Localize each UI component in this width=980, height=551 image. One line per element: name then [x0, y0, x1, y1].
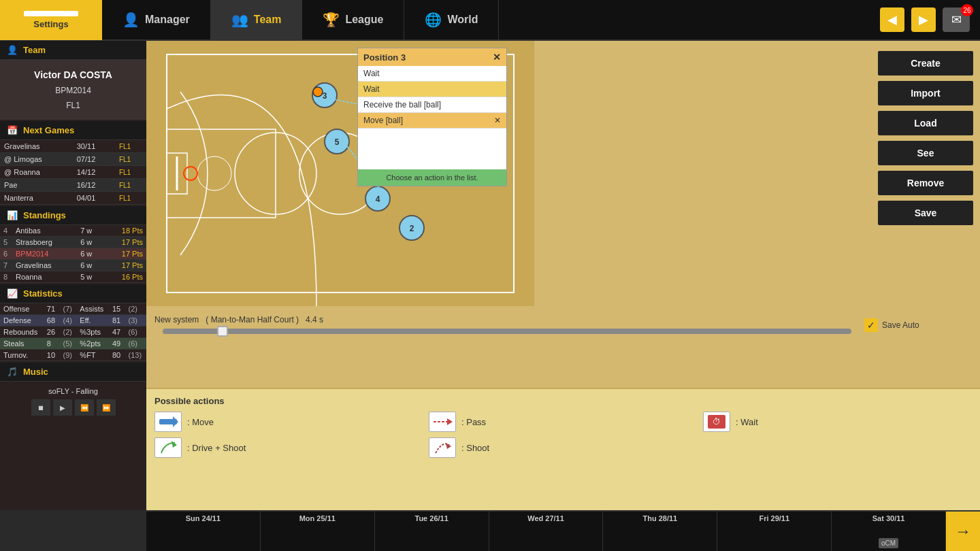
top-navigation: Settings 👤 Manager 👥 Team 🏆 League 🌐 Wor…	[0, 0, 980, 41]
stat-val1: 68	[44, 315, 60, 327]
nav-item-team[interactable]: 👥 Team	[211, 0, 303, 39]
standing-team: Antibas	[12, 225, 77, 237]
team-icon: 👥	[231, 12, 248, 28]
remove-button[interactable]: Remove	[878, 171, 973, 195]
stat-name1: Turnov.	[0, 350, 44, 361]
nav-item-world[interactable]: 🌐 World	[404, 0, 499, 39]
calendar-day[interactable]: Sat 30/11 oCM	[832, 512, 946, 551]
calendar-next-arrow[interactable]: →	[946, 512, 980, 551]
standing-row: 4 Antibas 7 w 18 Pts	[0, 225, 146, 237]
music-label: Music	[23, 367, 48, 377]
mail-button[interactable]: ✉ 26	[943, 7, 970, 32]
standings-label: Standings	[23, 210, 66, 220]
music-next-button[interactable]: ⏩	[97, 399, 116, 416]
stat-rank1: (2)	[59, 327, 76, 338]
choose-action-button[interactable]: Choose an action in the list.	[358, 169, 506, 186]
action-item-move[interactable]: Move [ball] ✕	[358, 113, 506, 129]
save-auto-checkbox[interactable]: ✓	[864, 318, 878, 332]
action-wait[interactable]: ⏱ : Wait	[703, 412, 972, 432]
stat-rank1: (5)	[59, 338, 76, 350]
standing-row: 7 Gravelinas 6 w 17 Pts	[0, 260, 146, 271]
svg-text:2: 2	[410, 224, 414, 233]
action-drive[interactable]: : Drive + Shoot	[154, 437, 423, 458]
svg-text:5: 5	[335, 137, 340, 147]
standing-pts: 17 Pts	[105, 248, 146, 260]
stat-row: Rebounds 26 (2) %3pts 47 (6)	[0, 327, 146, 338]
stat-val1: 8	[44, 338, 60, 350]
stat-row: Turnov. 10 (9) %FT 80 (13)	[0, 350, 146, 361]
stat-rank2: (6)	[125, 338, 146, 350]
load-button[interactable]: Load	[878, 111, 973, 135]
action-item-wait1[interactable]: Wait	[358, 66, 506, 82]
sidebar-music-section: 🎵 Music soFLY - Falling ⏹ ▶ ⏪ ⏩	[0, 363, 146, 421]
team-code: BPM2014	[7, 83, 140, 98]
nav-item-manager[interactable]: 👤 Manager	[102, 0, 211, 39]
statistics-icon: 📈	[7, 288, 18, 299]
game-row: Pae 16/12 FL1	[0, 179, 146, 192]
stat-val2: 47	[109, 327, 125, 338]
timeline-bar[interactable]	[163, 329, 851, 334]
calendar-day[interactable]: Thu 28/11	[603, 512, 717, 551]
game-opponent: Gravelinas	[0, 140, 73, 153]
action-pass[interactable]: : Pass	[429, 412, 698, 432]
games-table: Gravelinas 30/11 FL1 @ Limogas 07/12 FL1…	[0, 140, 146, 205]
standing-rank: 7	[0, 260, 12, 271]
team-section-icon: 👤	[7, 45, 18, 55]
cal-day-label: Mon 25/11	[299, 514, 336, 522]
sidebar-statistics-section: 📈 Statistics Offense 71 (7) Assists 15 (…	[0, 284, 146, 361]
nav-item-league[interactable]: 🏆 League	[302, 0, 404, 39]
music-prev-button[interactable]: ⏪	[75, 399, 94, 416]
standings-icon: 📊	[7, 210, 18, 220]
music-controls: ⏹ ▶ ⏪ ⏩	[5, 399, 141, 416]
nav-label-league: League	[345, 14, 383, 26]
game-opponent: Nanterra	[0, 192, 73, 205]
stat-rank2: (3)	[125, 315, 146, 327]
stat-name2: %3pts	[76, 327, 109, 338]
controls-area: New system ( Man-to-Man Half Court ) 4.4…	[146, 310, 868, 342]
standing-pts: 17 Pts	[105, 237, 146, 248]
action-shoot[interactable]: : Shoot	[429, 437, 698, 458]
timeline-handle[interactable]	[217, 326, 228, 337]
action-item-wait2[interactable]: Wait	[358, 82, 506, 97]
next-games-label: Next Games	[23, 125, 74, 135]
stat-val2: 15	[109, 303, 125, 315]
standing-row: 5 Strasboerg 6 w 17 Pts	[0, 237, 146, 248]
game-date: 07/12	[73, 153, 115, 166]
stat-rank2: (13)	[125, 350, 146, 361]
standing-row: 8 Roanna 5 w 16 Pts	[0, 271, 146, 283]
create-button[interactable]: Create	[878, 51, 973, 76]
calendar-day[interactable]: Wed 27/11	[489, 512, 604, 551]
stat-name2: %FT	[76, 350, 109, 361]
stat-rank2: (6)	[125, 327, 146, 338]
calendar-day[interactable]: Tue 26/11	[375, 512, 489, 551]
action-move[interactable]: : Move	[154, 412, 423, 432]
calendar-day[interactable]: Fri 29/11	[717, 512, 832, 551]
music-play-button[interactable]: ▶	[53, 399, 72, 416]
back-button[interactable]: ◀	[880, 7, 904, 32]
see-button[interactable]: See	[878, 141, 973, 165]
svg-text:3: 3	[323, 91, 327, 101]
svg-marker-24	[173, 416, 178, 427]
action-item-receive[interactable]: Receive the ball [ball]	[358, 97, 506, 113]
forward-button[interactable]: ▶	[911, 7, 936, 32]
settings-button[interactable]: Settings	[0, 0, 102, 40]
game-league: FL1	[115, 166, 146, 179]
position-panel: Position 3 ✕ Wait Wait Receive the ball …	[357, 48, 507, 186]
import-button[interactable]: Import	[878, 81, 973, 105]
stat-name1: Defense	[0, 315, 44, 327]
game-row: @ Roanna 14/12 FL1	[0, 166, 146, 179]
calendar-day[interactable]: Mon 25/11	[261, 512, 375, 551]
calendar-day[interactable]: Sun 24/11	[146, 512, 261, 551]
music-track: soFLY - Falling	[5, 387, 141, 395]
save-button[interactable]: Save	[878, 201, 973, 225]
music-header: 🎵 Music	[0, 363, 146, 382]
right-panel: Create Import Load See Remove Save	[871, 41, 980, 235]
position-panel-close-button[interactable]: ✕	[493, 52, 501, 63]
cal-day-label: Sat 30/11	[872, 514, 905, 522]
nav-label-world: World	[447, 14, 478, 26]
world-icon: 🌐	[425, 12, 442, 28]
music-stop-button[interactable]: ⏹	[31, 399, 50, 416]
save-auto-label: Save Auto	[882, 320, 919, 330]
league-icon: 🏆	[323, 12, 340, 28]
action-item-move-delete[interactable]: ✕	[494, 116, 501, 125]
